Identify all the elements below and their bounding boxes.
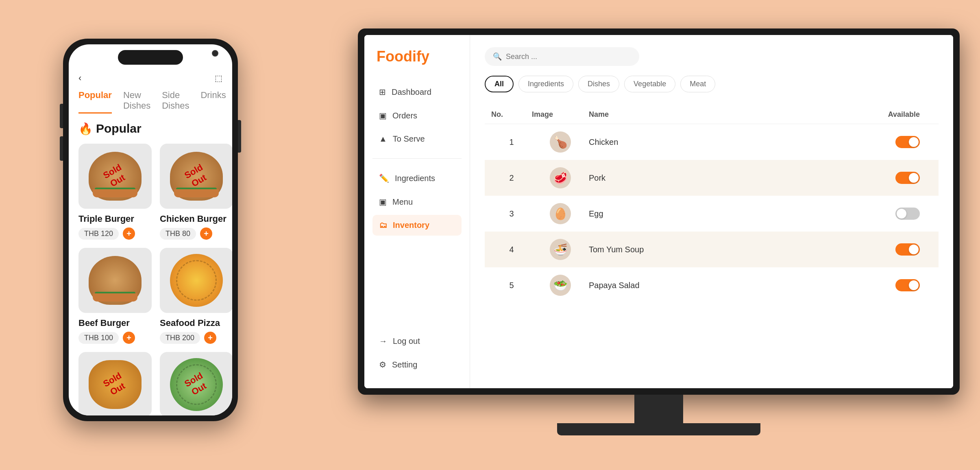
ingredients-icon: ✏️ xyxy=(379,173,389,183)
food-card-fried-chicken: SoldOut xyxy=(78,352,152,415)
sidebar-item-ingredients[interactable]: ✏️ Ingredients xyxy=(372,168,462,189)
pork-toggle[interactable] xyxy=(895,172,920,184)
chicken-image: 🍗 xyxy=(550,131,571,153)
monitor-stand-base xyxy=(557,423,760,435)
search-input[interactable] xyxy=(506,52,631,61)
sidebar-item-menu[interactable]: ▣ Menu xyxy=(372,191,462,212)
egg-toggle[interactable] xyxy=(895,208,920,220)
chicken-burger-name: Chicken Burger xyxy=(160,214,226,224)
row-1-name: Chicken xyxy=(589,138,851,147)
beef-burger-price-row: THB 100 + xyxy=(78,332,135,344)
volume-up-button xyxy=(60,104,63,128)
papaya-salad-toggle[interactable] xyxy=(895,279,920,291)
beef-burger-image xyxy=(78,248,152,313)
header-name: Name xyxy=(589,110,851,119)
chicken-burger-price: THB 80 xyxy=(160,228,196,240)
row-2-number: 2 xyxy=(491,173,532,183)
nav-divider xyxy=(372,158,462,159)
tab-drinks[interactable]: Drinks xyxy=(200,90,226,114)
seafood-pizza-price-row: THB 200 + xyxy=(160,332,216,344)
sidebar-item-to-serve[interactable]: ▲ To Serve xyxy=(372,129,462,149)
row-3-number: 3 xyxy=(491,209,532,219)
beef-burger-price: THB 100 xyxy=(78,332,119,344)
bookmark-icon[interactable]: ⬚ xyxy=(215,73,222,83)
inventory-icon: 🗂 xyxy=(379,221,387,230)
to-serve-icon: ▲ xyxy=(379,134,387,144)
sidebar-item-logout[interactable]: → Log out xyxy=(372,331,462,352)
pork-image: 🥩 xyxy=(550,167,571,188)
phone-content: ‹ ⬚ Popular New Dishes Side Dishes Drink… xyxy=(69,44,232,415)
app-logo: Foodify xyxy=(372,48,462,65)
seafood-pizza-price: THB 200 xyxy=(160,332,200,344)
row-1-image: 🍗 xyxy=(532,131,589,153)
menu-icon: ▣ xyxy=(379,197,387,207)
tab-popular[interactable]: Popular xyxy=(78,90,112,114)
phone-body: ‹ ⬚ Popular New Dishes Side Dishes Drink… xyxy=(63,39,238,421)
sidebar: Foodify ⊞ Dashboard ▣ Orders ▲ To Serve xyxy=(364,35,470,388)
tom-yum-toggle[interactable] xyxy=(895,243,920,256)
row-5-name: Papaya Salad xyxy=(589,281,851,290)
tab-new-dishes[interactable]: New Dishes xyxy=(123,90,150,114)
fried-chicken-image: SoldOut xyxy=(78,352,152,415)
toggle-knob xyxy=(897,209,906,219)
logout-icon: → xyxy=(379,337,387,346)
row-3-name: Egg xyxy=(589,209,851,219)
table-header: No. Image Name Available xyxy=(485,105,939,124)
food-card-thai-salad: SoldOut xyxy=(160,352,232,415)
toggle-knob xyxy=(909,173,919,183)
table-row: 3 🥚 Egg xyxy=(485,196,939,232)
sidebar-bottom: → Log out ⚙ Setting xyxy=(372,331,462,375)
row-4-number: 4 xyxy=(491,245,532,254)
toggle-knob xyxy=(909,280,919,290)
back-arrow-icon[interactable]: ‹ xyxy=(78,73,81,83)
food-card-chicken-burger: SoldOut Chicken Burger THB 80 + xyxy=(160,144,232,240)
add-chicken-burger-button[interactable]: + xyxy=(200,227,212,240)
beef-burger-name: Beef Burger xyxy=(78,318,130,328)
triple-burger-price-row: THB 120 + xyxy=(78,227,135,240)
table-row: 4 🍜 Tom Yum Soup xyxy=(485,232,939,267)
phone-tabs: Popular New Dishes Side Dishes Drinks xyxy=(78,90,222,114)
row-3-toggle-cell xyxy=(851,208,932,220)
food-card-triple-burger: SoldOut Triple Burger THB 120 + xyxy=(78,144,152,240)
header-no: No. xyxy=(491,110,532,119)
sidebar-item-setting[interactable]: ⚙ Setting xyxy=(372,354,462,375)
filter-tab-dishes[interactable]: Dishes xyxy=(578,76,619,92)
chicken-toggle[interactable] xyxy=(895,136,920,148)
phone-notch xyxy=(118,50,183,65)
sidebar-item-inventory[interactable]: 🗂 Inventory xyxy=(372,215,462,236)
power-button xyxy=(238,120,241,153)
sidebar-item-orders[interactable]: ▣ Orders xyxy=(372,105,462,126)
add-seafood-pizza-button[interactable]: + xyxy=(204,332,216,344)
row-5-number: 5 xyxy=(491,281,532,290)
chicken-burger-price-row: THB 80 + xyxy=(160,227,212,240)
row-2-toggle-cell xyxy=(851,172,932,184)
add-beef-burger-button[interactable]: + xyxy=(123,332,135,344)
settings-icon: ⚙ xyxy=(379,360,386,369)
row-5-image: 🥗 xyxy=(532,275,589,296)
orders-icon: ▣ xyxy=(379,111,387,120)
seafood-pizza-image xyxy=(160,248,232,313)
filter-tab-meat[interactable]: Meat xyxy=(680,76,715,92)
toggle-knob xyxy=(909,137,919,147)
fire-icon: 🔥 xyxy=(78,122,93,136)
tab-side-dishes[interactable]: Side Dishes xyxy=(162,90,189,114)
row-1-number: 1 xyxy=(491,138,532,147)
food-card-beef-burger: Beef Burger THB 100 + xyxy=(78,248,152,344)
seafood-pizza-name: Seafood Pizza xyxy=(160,318,220,328)
filter-tab-ingredients[interactable]: Ingredients xyxy=(518,76,573,92)
phone-device: ‹ ⬚ Popular New Dishes Side Dishes Drink… xyxy=(63,39,238,421)
row-2-name: Pork xyxy=(589,173,851,183)
filter-tab-all[interactable]: All xyxy=(485,76,514,92)
table-row: 5 🥗 Papaya Salad xyxy=(485,267,939,303)
triple-burger-price: THB 120 xyxy=(78,228,119,240)
thai-salad-image: SoldOut xyxy=(160,352,232,415)
sidebar-item-dashboard[interactable]: ⊞ Dashboard xyxy=(372,81,462,103)
phone-top-bar: ‹ ⬚ xyxy=(78,73,222,83)
monitor-device: Foodify ⊞ Dashboard ▣ Orders ▲ To Serve xyxy=(358,28,960,435)
header-image: Image xyxy=(532,110,589,119)
triple-burger-image: SoldOut xyxy=(78,144,152,209)
volume-down-button xyxy=(60,136,63,161)
add-triple-burger-button[interactable]: + xyxy=(123,227,135,240)
monitor-stand-neck xyxy=(634,395,683,423)
filter-tab-vegetable[interactable]: Vegetable xyxy=(624,76,675,92)
